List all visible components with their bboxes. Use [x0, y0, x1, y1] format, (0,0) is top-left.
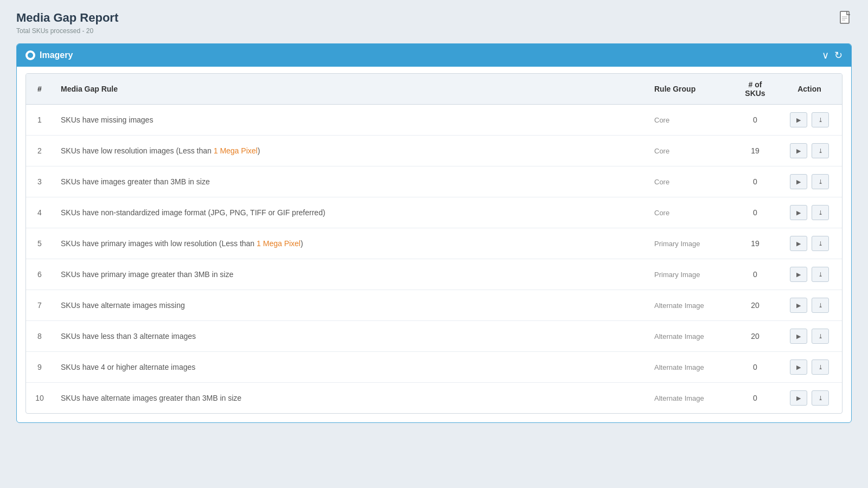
- download-button[interactable]: ⤓: [812, 267, 829, 282]
- page-subtitle: Total SKUs processed - 20: [16, 27, 852, 35]
- cell-num: 9: [26, 352, 53, 383]
- page-title: Media Gap Report: [16, 11, 852, 25]
- col-header-group: Rule Group: [647, 74, 733, 105]
- play-button[interactable]: ▶: [790, 174, 807, 189]
- download-button[interactable]: ⤓: [812, 298, 829, 313]
- cell-group: Primary Image: [647, 228, 733, 259]
- download-button[interactable]: ⤓: [812, 329, 829, 344]
- play-button[interactable]: ▶: [790, 267, 807, 282]
- download-button[interactable]: ⤓: [812, 143, 829, 158]
- refresh-button[interactable]: ↻: [834, 49, 843, 61]
- svg-rect-0: [840, 11, 849, 23]
- cell-rule: SKUs have primary image greater than 3MB…: [53, 259, 647, 290]
- play-button[interactable]: ▶: [790, 359, 807, 375]
- cell-skus: 0: [733, 352, 777, 383]
- cell-num: 1: [26, 105, 53, 136]
- cell-num: 2: [26, 136, 53, 166]
- pdf-export-icon[interactable]: [840, 11, 852, 28]
- play-button[interactable]: ▶: [790, 236, 807, 251]
- cell-group: Core: [647, 136, 733, 166]
- table-row: 7SKUs have alternate images missingAlter…: [26, 290, 842, 321]
- table-wrapper: # Media Gap Rule Rule Group # of SKUs Ac…: [17, 67, 851, 422]
- cell-skus: 20: [733, 321, 777, 352]
- table-row: 8SKUs have less than 3 alternate imagesA…: [26, 321, 842, 352]
- panel-header-left: Imagery: [25, 50, 73, 60]
- cell-num: 7: [26, 290, 53, 321]
- table-row: 3SKUs have images greater than 3MB in si…: [26, 166, 842, 197]
- cell-action: ▶⤓: [777, 228, 842, 259]
- cell-action: ▶⤓: [777, 290, 842, 321]
- cell-action: ▶⤓: [777, 321, 842, 352]
- table-row: 2SKUs have low resolution images (Less t…: [26, 136, 842, 166]
- cell-num: 5: [26, 228, 53, 259]
- download-button[interactable]: ⤓: [812, 236, 829, 251]
- cell-num: 4: [26, 197, 53, 228]
- cell-action: ▶⤓: [777, 383, 842, 413]
- table-row: 4SKUs have non-standardized image format…: [26, 197, 842, 228]
- cell-skus: 0: [733, 197, 777, 228]
- cell-skus: 19: [733, 136, 777, 166]
- panel-title: Imagery: [40, 50, 73, 60]
- cell-group: Core: [647, 105, 733, 136]
- download-button[interactable]: ⤓: [812, 174, 829, 189]
- play-button[interactable]: ▶: [790, 298, 807, 313]
- cell-num: 10: [26, 383, 53, 413]
- cell-rule: SKUs have alternate images missing: [53, 290, 647, 321]
- play-button[interactable]: ▶: [790, 390, 807, 406]
- cell-rule: SKUs have missing images: [53, 105, 647, 136]
- col-header-action: Action: [777, 74, 842, 105]
- play-button[interactable]: ▶: [790, 112, 807, 127]
- cell-action: ▶⤓: [777, 105, 842, 136]
- col-header-num: #: [26, 74, 53, 105]
- cell-skus: 0: [733, 105, 777, 136]
- cell-skus: 20: [733, 290, 777, 321]
- cell-skus: 0: [733, 259, 777, 290]
- play-button[interactable]: ▶: [790, 329, 807, 344]
- cell-num: 8: [26, 321, 53, 352]
- play-button[interactable]: ▶: [790, 205, 807, 220]
- table-row: 10SKUs have alternate images greater tha…: [26, 383, 842, 413]
- cell-group: Primary Image: [647, 259, 733, 290]
- cell-rule: SKUs have alternate images greater than …: [53, 383, 647, 413]
- table-row: 9SKUs have 4 or higher alternate imagesA…: [26, 352, 842, 383]
- cell-skus: 0: [733, 383, 777, 413]
- table-row: 1SKUs have missing imagesCore0▶⤓: [26, 105, 842, 136]
- imagery-panel: Imagery ∨ ↻ # Media Gap Rule Rule Group …: [16, 43, 852, 423]
- cell-action: ▶⤓: [777, 166, 842, 197]
- cell-skus: 19: [733, 228, 777, 259]
- cell-group: Alternate Image: [647, 383, 733, 413]
- table-row: 6SKUs have primary image greater than 3M…: [26, 259, 842, 290]
- col-header-skus: # of SKUs: [733, 74, 777, 105]
- download-button[interactable]: ⤓: [812, 390, 829, 406]
- cell-rule: SKUs have low resolution images (Less th…: [53, 136, 647, 166]
- download-button[interactable]: ⤓: [812, 112, 829, 127]
- cell-num: 6: [26, 259, 53, 290]
- collapse-button[interactable]: ∨: [822, 49, 829, 61]
- cell-group: Core: [647, 197, 733, 228]
- cell-group: Alternate Image: [647, 321, 733, 352]
- table-header-row: # Media Gap Rule Rule Group # of SKUs Ac…: [26, 74, 842, 105]
- panel-header: Imagery ∨ ↻: [17, 44, 851, 67]
- cell-skus: 0: [733, 166, 777, 197]
- imagery-icon: [25, 50, 35, 60]
- cell-num: 3: [26, 166, 53, 197]
- cell-group: Alternate Image: [647, 352, 733, 383]
- cell-rule: SKUs have less than 3 alternate images: [53, 321, 647, 352]
- col-header-rule: Media Gap Rule: [53, 74, 647, 105]
- download-button[interactable]: ⤓: [812, 205, 829, 220]
- play-button[interactable]: ▶: [790, 143, 807, 158]
- table-row: 5SKUs have primary images with low resol…: [26, 228, 842, 259]
- cell-action: ▶⤓: [777, 259, 842, 290]
- cell-action: ▶⤓: [777, 352, 842, 383]
- cell-rule: SKUs have images greater than 3MB in siz…: [53, 166, 647, 197]
- media-gap-table: # Media Gap Rule Rule Group # of SKUs Ac…: [25, 73, 843, 414]
- cell-rule: SKUs have non-standardized image format …: [53, 197, 647, 228]
- download-button[interactable]: ⤓: [812, 359, 829, 375]
- cell-action: ▶⤓: [777, 136, 842, 166]
- cell-group: Core: [647, 166, 733, 197]
- cell-action: ▶⤓: [777, 197, 842, 228]
- panel-header-controls: ∨ ↻: [822, 49, 843, 61]
- cell-rule: SKUs have primary images with low resolu…: [53, 228, 647, 259]
- cell-rule: SKUs have 4 or higher alternate images: [53, 352, 647, 383]
- cell-group: Alternate Image: [647, 290, 733, 321]
